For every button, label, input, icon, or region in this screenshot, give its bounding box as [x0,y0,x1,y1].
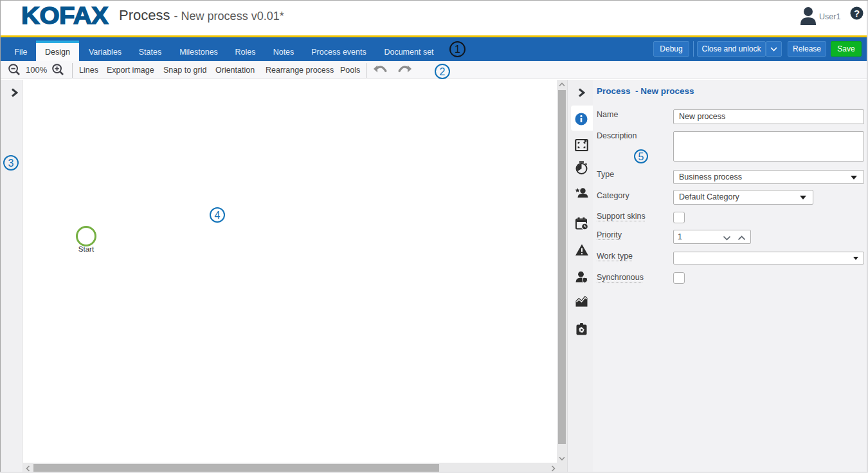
svg-text:?: ? [854,8,860,19]
